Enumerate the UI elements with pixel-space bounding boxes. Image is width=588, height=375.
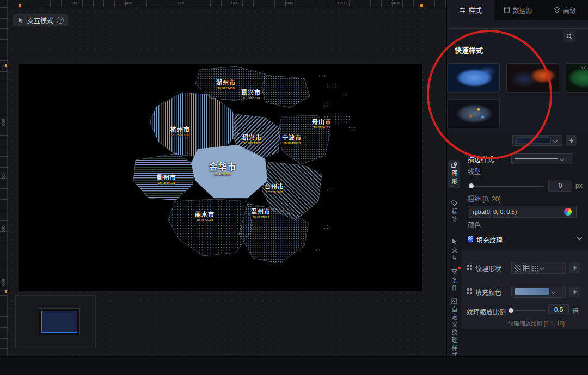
texture-scale-unit: 倍 (572, 306, 579, 315)
stroke-weight-slider[interactable] (468, 186, 544, 187)
city-name: 丽水市 (195, 211, 215, 218)
minimap-selection[interactable] (41, 311, 77, 333)
stroke-section-title[interactable]: 描边样式 (468, 155, 494, 164)
color-swatch (516, 137, 551, 144)
tab-style[interactable]: 样式 (447, 0, 494, 20)
city-value: 30.0323583 (242, 142, 262, 145)
side-tab-interaction[interactable]: 交互 (448, 236, 460, 264)
search-icon (566, 33, 573, 40)
stroke-color-caption: 颜色 (468, 220, 481, 229)
ruler-label: 200 (71, 1, 78, 5)
ruler-top: 0 200 400 600 800 1000 1200 1400 (8, 0, 446, 7)
city-value: 28.9569321 (157, 181, 176, 185)
texture-scale-slider[interactable] (508, 310, 546, 311)
ruler-selection-marker (5, 290, 7, 293)
ruler-left: 0 200 400 600 800 (0, 7, 8, 356)
texture-scale-input[interactable]: 0.5 (548, 304, 569, 315)
stroke-color-input[interactable]: rgba(0, 0, 0, 0.5) (468, 206, 577, 218)
panel-tab-bar: 样式 数据源 高级 (447, 0, 588, 20)
quick-style-thumbnail-orange[interactable] (506, 63, 559, 93)
tab-datasource[interactable]: 数据源 (494, 0, 542, 20)
stroke-color-value: rgba(0, 0, 0, 0.5) (473, 208, 564, 215)
city-name: 嘉兴市 (241, 89, 261, 96)
notification-dot (458, 267, 461, 269)
datasource-tab-icon (504, 7, 510, 13)
style-tab-icon (460, 7, 466, 13)
search-button[interactable] (564, 30, 575, 42)
texture-scale-slider-handle[interactable] (509, 308, 513, 313)
condition-tab-icon (451, 269, 457, 275)
ruler-label: 200 (1, 119, 6, 126)
stroke-weight-slider-handle[interactable] (469, 183, 474, 188)
city-name: 金华市 (209, 162, 236, 172)
chevron-down-icon (553, 138, 558, 143)
city-name: 台州市 (265, 183, 284, 190)
line-style-sample (515, 158, 558, 159)
line-type-select[interactable] (511, 153, 573, 164)
side-tab-shape[interactable]: 图形 (448, 160, 460, 188)
city-value: 28.6591167 (265, 190, 284, 194)
ruler-label: 1400 (390, 1, 400, 5)
interaction-mode-toggle[interactable]: 交互模式 ? (13, 14, 68, 26)
city-value: 29.8749818 (282, 142, 302, 145)
data-mapping-button[interactable] (569, 286, 580, 297)
stroke-weight-input[interactable]: 0 (548, 180, 572, 192)
ruler-label: 800 (1, 279, 6, 286)
base-style-select[interactable] (512, 135, 562, 146)
mapping-icon (572, 265, 577, 271)
line-type-caption: 线型 (468, 167, 481, 176)
map-city-label: 宁波市 29.8749818 (282, 134, 302, 145)
map-city-label: 丽水市 28.4672101 (195, 211, 215, 222)
side-tab-label: 自定义纹理样式 (450, 306, 458, 360)
chevron-down-icon (551, 290, 555, 294)
texture-shape-select[interactable] (511, 262, 566, 274)
city-name: 杭州市 (170, 126, 190, 133)
side-tab-condition[interactable]: 条件 (448, 267, 460, 294)
city-value: 28.4672101 (195, 218, 215, 222)
quick-style-thumbnail-dark[interactable] (447, 99, 500, 128)
tab-label: 高级 (563, 5, 576, 15)
tab-label: 数据源 (513, 5, 532, 15)
chevron-down-icon[interactable] (577, 235, 583, 241)
side-tab-label: 条件 (450, 277, 458, 292)
side-tab-label: 交互 (450, 247, 458, 262)
chevron-down-icon (540, 266, 544, 270)
map-component[interactable]: 湖州市 30.8927459 嘉兴市 30.7465239 杭州市 30.259… (19, 64, 422, 291)
mapping-icon (569, 138, 574, 144)
zhejiang-map (19, 64, 422, 291)
stroke-weight-caption: 粗细 [0, 20] (468, 194, 501, 203)
texture-option-dots (531, 265, 538, 272)
minimap-panel[interactable] (15, 295, 96, 348)
editor-canvas[interactable]: 0 200 400 600 800 1000 1200 1400 0 200 4… (0, 0, 446, 356)
city-value: 29.1028837 (209, 173, 236, 176)
ruler-label: 600 (1, 225, 6, 232)
label-tab-icon (451, 200, 457, 206)
fill-section-title[interactable]: 填充纹理 (476, 235, 503, 244)
city-name: 宁波市 (282, 134, 302, 141)
data-mapping-button[interactable] (566, 135, 577, 146)
city-value: 28.0193817 (251, 216, 271, 219)
side-tab-label: 图形 (450, 170, 458, 186)
city-value: 30.2594119 (170, 133, 190, 137)
map-city-label: 温州市 28.0193817 (251, 208, 271, 219)
status-bar: − 49 % 存在跨项目复制的组件，按 cmd / ctrl + v 粘贴 × … (0, 356, 588, 375)
help-icon[interactable]: ? (57, 17, 64, 24)
interact-tab-icon (451, 238, 457, 244)
advanced-tab-icon (554, 7, 560, 13)
color-wheel-icon[interactable] (564, 208, 572, 216)
ruler-label: 600 (178, 1, 185, 5)
texture-shape-label: 纹理形状 (475, 263, 501, 273)
quick-style-thumbnail-blue[interactable] (447, 63, 500, 93)
ruler-selection-marker (420, 4, 423, 7)
side-tab-custom-texture[interactable]: 自定义纹理样式 (448, 296, 460, 362)
shape-tab-icon (451, 162, 457, 168)
fill-color-swatch (515, 288, 549, 295)
ruler-corner (0, 0, 8, 7)
fill-color-select[interactable] (511, 286, 566, 298)
ruler-label: 400 (1, 172, 6, 179)
tab-advanced[interactable]: 高级 (541, 0, 588, 20)
city-name: 绍兴市 (242, 134, 262, 141)
data-mapping-button[interactable] (569, 262, 580, 273)
map-city-label: 舟山市 30.0164127 (312, 119, 332, 130)
side-tab-label-settings[interactable]: 标签 (448, 198, 460, 226)
